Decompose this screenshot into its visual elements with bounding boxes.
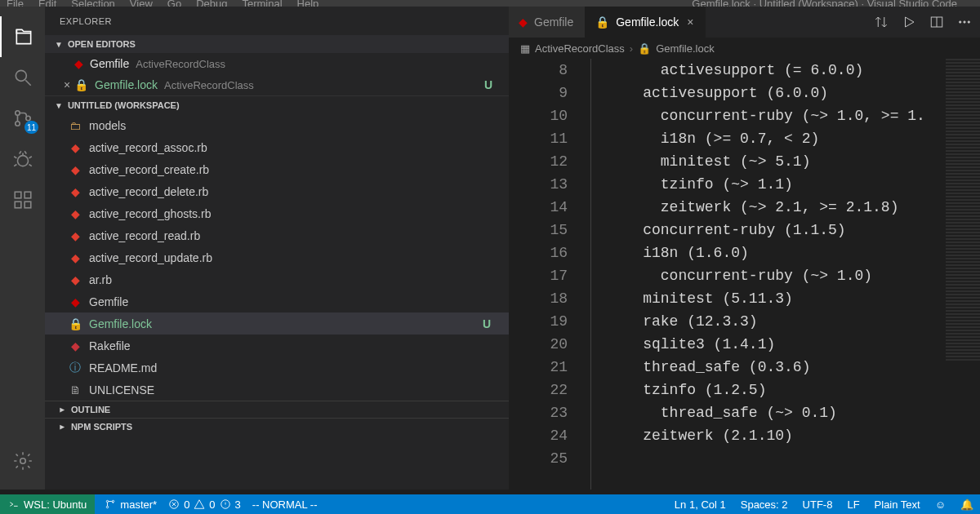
tree-item[interactable]: ◆ active_record_read.rb — [45, 224, 509, 246]
menu-debug[interactable]: Debug — [196, 0, 227, 7]
code-line[interactable]: thread_safe (~> 0.1) — [608, 401, 946, 424]
ruby-icon: ◆ — [68, 185, 82, 198]
ruby-icon: ◆ — [68, 251, 82, 264]
workspace-header[interactable]: ▼ UNTITLED (WORKSPACE) — [45, 95, 509, 114]
status-remote[interactable]: WSL: Ubuntu — [0, 494, 95, 514]
tree-item[interactable]: ◆ Rakefile — [45, 335, 509, 357]
line-number: 10 — [509, 104, 568, 127]
tree-item[interactable]: ◆ active_record_ghosts.rb — [45, 202, 509, 224]
status-position[interactable]: Ln 1, Col 1 — [675, 498, 726, 511]
status-bell-icon[interactable]: 🔔 — [960, 498, 973, 511]
code-line[interactable]: concurrent-ruby (~> 1.0, >= 1. — [608, 104, 946, 127]
code-line[interactable]: concurrent-ruby (~> 1.0) — [608, 264, 946, 287]
activity-extensions[interactable] — [0, 179, 45, 220]
close-icon[interactable]: × — [60, 78, 74, 91]
code-line[interactable]: minitest (~> 5.1) — [608, 150, 946, 173]
svg-point-15 — [107, 506, 109, 507]
sidebar: EXPLORER ▼ OPEN EDITORS ◆ Gemfile Active… — [45, 7, 509, 490]
tree-item[interactable]: 🔒 Gemfile.lock U — [45, 312, 509, 335]
tree-item-label: README.md — [89, 361, 157, 374]
menu-terminal[interactable]: Terminal — [242, 0, 282, 7]
activity-search[interactable] — [0, 57, 45, 98]
activity-scm[interactable]: 11 — [0, 98, 45, 139]
editor-name: Gemfile — [90, 57, 129, 70]
tree-item-label: active_record_create.rb — [89, 163, 209, 176]
lock-icon: 🔒 — [595, 16, 609, 29]
editor-tab[interactable]: ◆ Gemfile — [509, 7, 586, 38]
minimap[interactable] — [946, 59, 980, 490]
menu-file[interactable]: File — [7, 0, 24, 7]
code-line[interactable]: sqlite3 (1.4.1) — [608, 333, 946, 356]
code-line[interactable]: minitest (5.11.3) — [608, 287, 946, 310]
line-number: 14 — [509, 196, 568, 219]
tree-item-label: active_record_delete.rb — [89, 185, 208, 198]
compare-icon[interactable] — [874, 15, 889, 29]
code-line[interactable]: concurrent-ruby (1.1.5) — [608, 219, 946, 241]
open-editor-item[interactable]: × 🔒 Gemfile.lock ActiveRecordClass U — [45, 74, 509, 95]
md-icon: ⓘ — [68, 361, 82, 375]
line-number: 9 — [509, 82, 568, 104]
status-language[interactable]: Plain Text — [875, 498, 920, 511]
open-editors-header[interactable]: ▼ OPEN EDITORS — [45, 35, 509, 53]
menu-selection[interactable]: Selection — [71, 0, 114, 7]
code-line[interactable]: thread_safe (0.3.6) — [608, 356, 946, 379]
line-number: 8 — [509, 59, 568, 82]
tree-item[interactable]: ◆ active_record_assoc.rb — [45, 136, 509, 158]
outline-header[interactable]: ▼ OUTLINE — [45, 401, 509, 418]
editor-name: Gemfile.lock — [95, 78, 158, 91]
code-line[interactable] — [608, 447, 946, 470]
tree-item[interactable]: ◆ Gemfile — [45, 290, 509, 312]
breadcrumb-item[interactable]: ActiveRecordClass — [535, 42, 625, 55]
status-problems[interactable]: 0 0 3 — [168, 498, 241, 511]
tree-item[interactable]: ◆ active_record_create.rb — [45, 158, 509, 180]
editor-tab[interactable]: 🔒 Gemfile.lock × — [586, 7, 706, 38]
svg-rect-7 — [15, 202, 21, 208]
code-line[interactable]: i18n (1.6.0) — [608, 241, 946, 264]
tree-item[interactable]: ◆ active_record_update.rb — [45, 246, 509, 268]
chevron-down-icon: ▼ — [55, 40, 63, 49]
code-line[interactable]: tzinfo (1.2.5) — [608, 379, 946, 401]
code-line[interactable]: zeitwerk (2.1.10) — [608, 424, 946, 447]
status-eol[interactable]: LF — [847, 498, 859, 511]
run-icon[interactable] — [902, 15, 916, 29]
more-icon[interactable] — [957, 15, 972, 29]
tree-item[interactable]: ◆ active_record_delete.rb — [45, 180, 509, 202]
tree-item[interactable]: ⓘ README.md — [45, 357, 509, 379]
open-editor-item[interactable]: ◆ Gemfile ActiveRecordClass — [45, 53, 509, 74]
activity-debug[interactable] — [0, 139, 45, 179]
code-editor[interactable]: 8910111213141516171819202122232425 activ… — [509, 59, 980, 490]
status-bar: WSL: Ubuntu master* 0 0 3 -- NORMAL -- L… — [0, 494, 980, 514]
line-gutter: 8910111213141516171819202122232425 — [509, 59, 590, 490]
tree-item-label: active_record_assoc.rb — [89, 141, 207, 154]
status-spaces[interactable]: Spaces: 2 — [741, 498, 788, 511]
code-line[interactable]: zeitwerk (~> 2.1, >= 2.1.8) — [608, 196, 946, 219]
split-icon[interactable] — [929, 15, 944, 29]
status-feedback-icon[interactable]: ☺ — [935, 498, 946, 511]
code-line[interactable]: activesupport (6.0.0) — [608, 82, 946, 104]
code-line[interactable]: tzinfo (~> 1.1) — [608, 173, 946, 196]
breadcrumb[interactable]: ▦ ActiveRecordClass › 🔒 Gemfile.lock — [509, 38, 980, 59]
tab-actions — [874, 7, 980, 38]
menubar: File Edit Selection View Go Debug Termin… — [0, 0, 980, 7]
breadcrumb-item[interactable]: Gemfile.lock — [656, 42, 715, 55]
tree-item[interactable]: ◆ ar.rb — [45, 268, 509, 290]
npm-scripts-header[interactable]: ▼ NPM SCRIPTS — [45, 418, 509, 435]
ruby-icon: ◆ — [68, 141, 82, 154]
menu-help[interactable]: Help — [297, 0, 319, 7]
code-line[interactable]: activesupport (= 6.0.0) — [608, 59, 946, 82]
gem-icon: ◆ — [68, 295, 82, 308]
code-line[interactable]: rake (12.3.3) — [608, 310, 946, 333]
code-text[interactable]: activesupport (= 6.0.0) activesupport (6… — [590, 59, 946, 490]
code-line[interactable]: i18n (>= 0.7, < 2) — [608, 127, 946, 150]
activity-explorer[interactable] — [0, 16, 45, 57]
tree-item[interactable]: 🗀 models — [45, 114, 509, 136]
menu-view[interactable]: View — [130, 0, 153, 7]
menu-go[interactable]: Go — [167, 0, 181, 7]
close-icon[interactable]: × — [687, 16, 693, 29]
tab-label: Gemfile.lock — [616, 16, 679, 29]
status-branch[interactable]: master* — [105, 498, 157, 511]
activity-settings[interactable] — [0, 441, 45, 481]
status-encoding[interactable]: UTF-8 — [803, 498, 833, 511]
menu-edit[interactable]: Edit — [38, 0, 56, 7]
tree-item[interactable]: 🗎 UNLICENSE — [45, 379, 509, 401]
